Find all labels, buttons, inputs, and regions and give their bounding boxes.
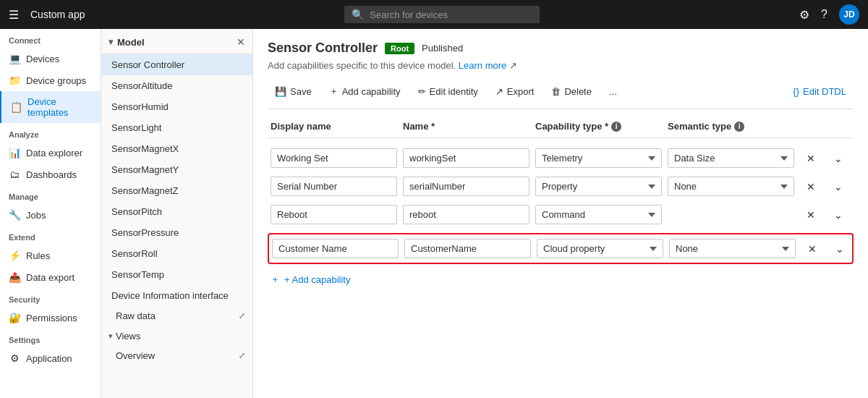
model-item-sensor-magnet-z[interactable]: SensorMagnetZ: [101, 180, 252, 201]
model-item-sensor-pressure[interactable]: SensorPressure: [101, 222, 252, 243]
sidebar-item-application[interactable]: ⚙Application: [0, 347, 101, 369]
sidebar-item-permissions[interactable]: 🔐Permissions: [0, 307, 101, 329]
semantic-type-info-icon[interactable]: i: [734, 122, 744, 132]
sidebar-section-analyze: Analyze: [0, 123, 101, 142]
name-input-2[interactable]: [403, 205, 529, 224]
remove-row-1-button[interactable]: ✕: [800, 179, 822, 194]
name-input-0[interactable]: [403, 148, 529, 168]
add-capability-toolbar-button[interactable]: ＋ Add capability: [322, 81, 408, 101]
expand-row-2-button[interactable]: ⌄: [827, 208, 849, 222]
main-layout: Connect💻Devices📁Device groups📋Device tem…: [0, 29, 868, 398]
sidebar-item-dashboards[interactable]: 🗂Dashboards: [0, 164, 101, 185]
sidebar-section-extend: Extend: [0, 226, 101, 245]
edit-identity-button[interactable]: ✏ Edit identity: [411, 82, 485, 101]
model-item-sensor-controller[interactable]: Sensor Controller: [101, 54, 252, 75]
help-icon[interactable]: ?: [821, 8, 827, 21]
sidebar-item-data-export[interactable]: 📤Data export: [0, 266, 101, 288]
sidebar-item-rules[interactable]: ⚡Rules: [0, 245, 101, 266]
sidebar-item-jobs[interactable]: 🔧Jobs: [0, 204, 101, 226]
display-name-input-3[interactable]: [272, 239, 399, 258]
learn-more-link[interactable]: Learn more: [459, 60, 506, 71]
sidebar-section-security: Security: [0, 288, 101, 307]
sidebar-item-data-explorer[interactable]: 📊Data explorer: [0, 142, 101, 164]
sidebar-item-devices[interactable]: 💻Devices: [0, 48, 101, 69]
capability-type-select-2[interactable]: TelemetryPropertyCommandCloud property: [535, 205, 662, 224]
capability-type-select-3[interactable]: TelemetryPropertyCommandCloud property: [537, 239, 663, 258]
sidebar-item-device-templates[interactable]: 📋Device templates: [0, 91, 101, 123]
save-icon: 💾: [275, 86, 286, 97]
model-item-sensor-altitude[interactable]: SensorAltitude: [101, 75, 252, 96]
save-button[interactable]: 💾 Save: [268, 82, 319, 101]
collapse-icon[interactable]: ▾: [109, 37, 113, 47]
search-input[interactable]: [370, 9, 532, 20]
view-overview[interactable]: Overview⤢: [101, 346, 252, 365]
model-item-sensor-humid[interactable]: SensorHumid: [101, 96, 252, 117]
model-panel-header: ▾ Model ✕: [101, 29, 252, 54]
badge-published: Published: [422, 43, 463, 54]
export-icon: ↗: [495, 86, 503, 97]
semantic-type-select-3[interactable]: NoneData SizeTemperatureHumidityPressure…: [669, 239, 796, 258]
capability-type-info-icon[interactable]: i: [611, 122, 621, 132]
search-icon: 🔍: [352, 9, 364, 20]
raw-data-section[interactable]: Raw data ⤢: [101, 306, 252, 326]
delete-button[interactable]: 🗑 Delete: [544, 82, 599, 101]
model-item-sensor-temp[interactable]: SensorTemp: [101, 264, 252, 285]
display-name-input-0[interactable]: [271, 148, 397, 168]
dashboards-icon: 🗂: [9, 169, 20, 180]
edit-dtdl-button[interactable]: {} Edit DTDL: [786, 82, 854, 101]
devices-label: Devices: [26, 54, 59, 64]
capability-type-select-1[interactable]: TelemetryPropertyCommandCloud property: [535, 177, 662, 196]
model-item-sensor-magnet-y[interactable]: SensorMagnetY: [101, 159, 252, 180]
hamburger-icon[interactable]: ☰: [9, 8, 19, 22]
search-bar: 🔍: [344, 6, 540, 23]
capability-row-3: TelemetryPropertyCommandCloud property N…: [268, 233, 854, 264]
semantic-type-select-1[interactable]: NoneData SizeTemperatureHumidityPressure…: [668, 177, 794, 196]
capability-row-0: TelemetryPropertyCommandCloud property N…: [268, 144, 854, 172]
views-list: Overview⤢: [101, 346, 252, 365]
model-item-sensor-light[interactable]: SensorLight: [101, 117, 252, 138]
expand-row-1-button[interactable]: ⌄: [827, 179, 849, 194]
device-templates-label: Device templates: [27, 96, 92, 118]
data-export-label: Data export: [26, 272, 75, 283]
model-item-sensor-magnet-x[interactable]: SensorMagnetX: [101, 138, 252, 159]
device-templates-icon: 📋: [10, 101, 22, 113]
remove-row-3-button[interactable]: ✕: [801, 242, 823, 256]
application-label: Application: [26, 353, 72, 364]
remove-row-2-button[interactable]: ✕: [800, 208, 822, 222]
model-item-device-info[interactable]: Device Information interface: [101, 285, 252, 306]
expand-row-0-button[interactable]: ⌄: [827, 151, 849, 166]
remove-row-0-button[interactable]: ✕: [800, 151, 822, 166]
panel-close-icon[interactable]: ✕: [237, 36, 245, 48]
content-area: Sensor Controller Root Published Add cap…: [253, 29, 868, 398]
view-overview-expand-icon[interactable]: ⤢: [239, 351, 245, 360]
display-name-input-1[interactable]: [271, 177, 397, 196]
views-section[interactable]: ▾ Views: [101, 326, 252, 346]
device-groups-label: Device groups: [26, 75, 86, 86]
name-input-3[interactable]: [404, 239, 531, 258]
sidebar-item-device-groups[interactable]: 📁Device groups: [0, 69, 101, 91]
avatar[interactable]: JD: [839, 4, 859, 25]
export-button[interactable]: ↗ Export: [488, 82, 542, 101]
expand-row-3-button[interactable]: ⌄: [829, 242, 851, 256]
header-capability-type: Capability type * i: [535, 121, 662, 132]
capability-type-select-0[interactable]: TelemetryPropertyCommandCloud property: [535, 148, 662, 168]
delete-icon: 🗑: [551, 86, 561, 97]
page-subtitle: Add capabilities specific to this device…: [268, 60, 854, 71]
display-name-input-2[interactable]: [271, 205, 397, 224]
model-item-sensor-roll[interactable]: SensorRoll: [101, 243, 252, 264]
view-overview-label: Overview: [116, 350, 155, 361]
capability-row-2: TelemetryPropertyCommandCloud property ✕…: [268, 200, 854, 229]
expand-raw-data-icon[interactable]: ⤢: [239, 311, 245, 321]
sidebar-section-connect: Connect: [0, 29, 101, 48]
name-input-1[interactable]: [403, 177, 529, 196]
device-groups-icon: 📁: [9, 75, 20, 86]
model-item-sensor-pitch[interactable]: SensorPitch: [101, 201, 252, 222]
settings-icon[interactable]: ⚙: [799, 8, 809, 22]
add-capability-button[interactable]: ＋ + Add capability: [268, 268, 353, 290]
views-collapse-icon[interactable]: ▾: [109, 331, 113, 341]
add-capability-label: + Add capability: [284, 274, 350, 285]
semantic-type-select-0[interactable]: NoneData SizeTemperatureHumidityPressure…: [668, 148, 794, 168]
dtdl-icon: {}: [793, 86, 799, 97]
header-display-name: Display name: [271, 121, 397, 132]
more-button[interactable]: ...: [602, 82, 624, 101]
